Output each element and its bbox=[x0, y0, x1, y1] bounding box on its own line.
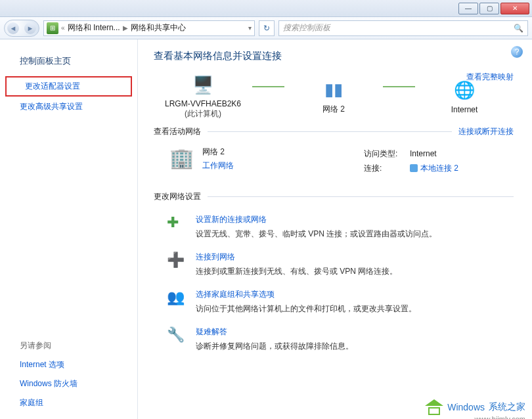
ethernet-icon bbox=[410, 164, 418, 172]
watermark: Windows 系统之家 www.bjjmlv.com bbox=[425, 399, 525, 415]
watermark-brand: Windows bbox=[447, 402, 485, 412]
help-icon[interactable]: ? bbox=[511, 46, 523, 58]
section-title: 查看活动网络 bbox=[154, 126, 201, 137]
network-map: 查看完整映射 🖥️ LRGM-VVFHAEB2K6 (此计算机) ▮▮ 网络 2… bbox=[154, 72, 514, 120]
building-icon: 🏢 bbox=[169, 146, 202, 175]
connection-line bbox=[252, 86, 284, 87]
search-input[interactable]: 搜索控制面板 🔍 bbox=[278, 20, 528, 36]
watermark-url: www.bjjmlv.com bbox=[475, 415, 525, 419]
network-icon: ▮▮ bbox=[321, 76, 347, 102]
control-panel-icon: ⊞ bbox=[47, 22, 58, 34]
setting-desc: 设置无线、宽带、拨号、临时或 VPN 连接；或设置路由器或访问点。 bbox=[196, 228, 437, 240]
window-titlebar: — ▢ ✕ bbox=[0, 0, 532, 17]
section-title: 更改网络设置 bbox=[154, 191, 201, 202]
troubleshoot-icon: 🔧 bbox=[167, 326, 187, 346]
setting-connect-network: ➕ 连接到网络 连接到或重新连接到无线、有线、拨号或 VPN 网络连接。 bbox=[167, 252, 514, 277]
maximize-button[interactable]: ▢ bbox=[479, 3, 499, 14]
refresh-button[interactable]: ↻ bbox=[259, 20, 275, 36]
breadcrumb-item[interactable]: 网络和 Intern... bbox=[68, 22, 120, 33]
setting-desc: 连接到或重新连接到无线、有线、拨号或 VPN 网络连接。 bbox=[196, 265, 397, 277]
connection-link[interactable]: 本地连接 2 bbox=[410, 161, 458, 175]
sidebar-link-adapter-settings[interactable]: 更改适配器设置 bbox=[5, 76, 132, 97]
view-full-map-link[interactable]: 查看完整映射 bbox=[466, 72, 514, 83]
content-area: 控制面板主页 更改适配器设置 更改高级共享设置 另请参阅 Internet 选项… bbox=[0, 39, 532, 419]
setting-link[interactable]: 设置新的连接或网络 bbox=[196, 214, 267, 225]
connection-label: 连接: bbox=[364, 161, 410, 175]
main-panel: ? 查看基本网络信息并设置连接 查看完整映射 🖥️ LRGM-VVFHAEB2K… bbox=[138, 39, 532, 419]
setting-desc: 诊断并修复网络问题，或获得故障排除信息。 bbox=[196, 340, 353, 352]
chevron-right-icon: « bbox=[61, 24, 65, 32]
node-label: Internet bbox=[451, 105, 478, 114]
homegroup-icon: 👥 bbox=[167, 289, 187, 309]
watermark-sub: 系统之家 bbox=[489, 401, 525, 413]
setting-troubleshoot: 🔧 疑难解答 诊断并修复网络问题，或获得故障排除信息。 bbox=[167, 326, 514, 352]
new-connection-icon: ✚ bbox=[167, 214, 187, 234]
sidebar-link-homegroup[interactable]: 家庭组 bbox=[0, 393, 137, 412]
house-icon bbox=[425, 399, 443, 415]
connection-line bbox=[383, 86, 415, 87]
setting-homegroup-sharing: 👥 选择家庭组和共享选项 访问位于其他网络计算机上的文件和打印机，或更改共享设置… bbox=[167, 289, 514, 315]
chevron-right-icon: ▶ bbox=[123, 24, 128, 32]
section-change-settings: 更改网络设置 bbox=[154, 191, 514, 202]
setting-link[interactable]: 疑难解答 bbox=[196, 326, 227, 338]
connect-disconnect-link[interactable]: 连接或断开连接 bbox=[458, 126, 514, 137]
node-sublabel: (此计算机) bbox=[185, 108, 221, 120]
sidebar-link-advanced-sharing[interactable]: 更改高级共享设置 bbox=[0, 97, 137, 117]
active-network-type-link[interactable]: 工作网络 bbox=[202, 160, 364, 171]
sidebar-see-also: 另请参阅 bbox=[0, 336, 137, 355]
setting-desc: 访问位于其他网络计算机上的文件和打印机，或更改共享设置。 bbox=[196, 303, 416, 315]
setting-new-connection: ✚ 设置新的连接或网络 设置无线、宽带、拨号、临时或 VPN 连接；或设置路由器… bbox=[167, 214, 514, 240]
access-type-label: 访问类型: bbox=[364, 146, 410, 161]
node-label: LRGM-VVFHAEB2K6 bbox=[165, 99, 241, 108]
sidebar-link-firewall[interactable]: Windows 防火墙 bbox=[0, 374, 137, 393]
sidebar: 控制面板主页 更改适配器设置 更改高级共享设置 另请参阅 Internet 选项… bbox=[0, 39, 138, 419]
close-button[interactable]: ✕ bbox=[500, 3, 529, 14]
access-type-value: Internet bbox=[410, 146, 437, 161]
connect-network-icon: ➕ bbox=[167, 252, 187, 271]
section-active-networks: 查看活动网络 连接或断开连接 bbox=[154, 126, 514, 137]
search-icon[interactable]: 🔍 bbox=[514, 24, 523, 33]
active-network-box: 🏢 网络 2 工作网络 访问类型: Internet 连接: 本地连接 2 bbox=[154, 143, 514, 185]
connection-value: 本地连接 2 bbox=[420, 161, 458, 175]
setting-link[interactable]: 选择家庭组和共享选项 bbox=[196, 289, 275, 300]
minimize-button[interactable]: — bbox=[458, 3, 478, 14]
node-network: ▮▮ 网络 2 bbox=[284, 76, 383, 115]
node-this-pc: 🖥️ LRGM-VVFHAEB2K6 (此计算机) bbox=[154, 72, 252, 120]
breadcrumb-item[interactable]: 网络和共享中心 bbox=[131, 22, 186, 33]
nav-back-forward: ◄ ► bbox=[4, 20, 39, 37]
computer-icon: 🖥️ bbox=[190, 72, 216, 98]
sidebar-link-internet-options[interactable]: Internet 选项 bbox=[0, 355, 137, 374]
active-network-name: 网络 2 bbox=[202, 146, 364, 158]
sidebar-title: 控制面板主页 bbox=[0, 53, 137, 76]
search-placeholder: 搜索控制面板 bbox=[283, 22, 330, 33]
page-title: 查看基本网络信息并设置连接 bbox=[154, 50, 514, 62]
address-bar: ◄ ► ⊞ « 网络和 Intern... ▶ 网络和共享中心 ▾ ↻ 搜索控制… bbox=[0, 17, 532, 39]
dropdown-icon[interactable]: ▾ bbox=[248, 24, 252, 32]
forward-button[interactable]: ► bbox=[24, 22, 36, 34]
breadcrumb[interactable]: ⊞ « 网络和 Intern... ▶ 网络和共享中心 ▾ bbox=[43, 20, 255, 36]
back-button[interactable]: ◄ bbox=[7, 22, 19, 34]
node-label: 网络 2 bbox=[322, 104, 345, 115]
setting-link[interactable]: 连接到网络 bbox=[196, 252, 235, 263]
